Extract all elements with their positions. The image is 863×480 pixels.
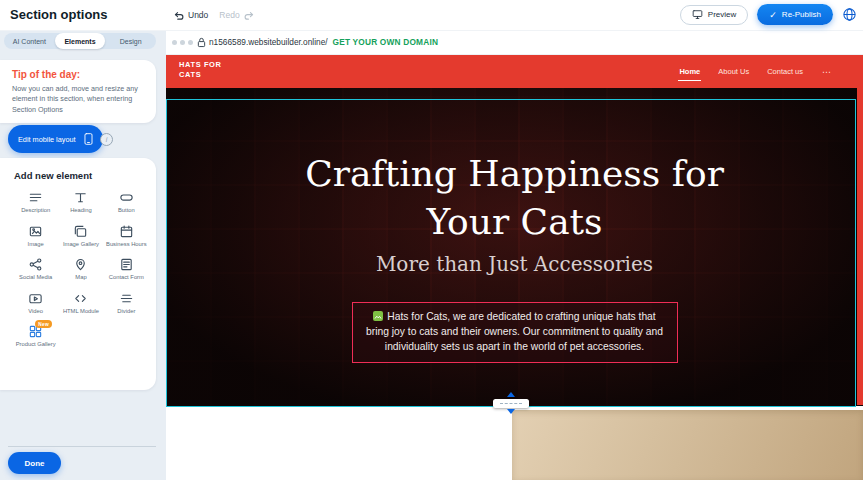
element-map[interactable]: Map	[59, 257, 102, 282]
drag-handle-pill	[493, 399, 529, 408]
video-icon	[28, 291, 43, 306]
button-icon	[119, 190, 134, 205]
code-icon	[73, 291, 88, 306]
element-label: Button	[118, 207, 135, 215]
heading-icon	[73, 190, 88, 205]
element-label: Video	[28, 308, 43, 316]
redo-icon	[244, 10, 255, 21]
element-label: HTML Module	[63, 308, 99, 316]
edit-mobile-layout-button[interactable]: Edit mobile layout	[8, 125, 103, 153]
hero-text-element-selected[interactable]: Hats for Cats, we are dedicated to craft…	[352, 302, 678, 363]
nav-item-about[interactable]: About Us	[717, 56, 750, 87]
check-icon	[769, 10, 777, 20]
get-domain-link[interactable]: GET YOUR OWN DOMAIN	[333, 37, 439, 47]
element-social-media[interactable]: Social Media	[14, 257, 57, 282]
site-preview: HATS FOR CATS Home About Us Contact us ⋯…	[166, 54, 863, 480]
window-dots-icon	[172, 40, 193, 45]
element-product-gallery[interactable]: New Product Gallery	[14, 324, 57, 349]
element-label: Social Media	[19, 274, 52, 282]
republish-button[interactable]: Re-Publish	[757, 4, 833, 25]
tip-body: Now you can add, move and resize any ele…	[12, 84, 144, 115]
image-gallery-icon	[73, 224, 88, 239]
edit-mobile-label: Edit mobile layout	[18, 135, 76, 144]
arrow-up-icon	[507, 392, 515, 397]
element-label: Business Hours	[106, 241, 147, 249]
map-pin-icon	[73, 257, 88, 272]
element-button[interactable]: Button	[105, 190, 148, 215]
element-grid: Description Heading Button Image Image G	[14, 190, 148, 349]
redo-button[interactable]: Redo	[216, 8, 257, 23]
topbar-actions: Preview Re-Publish	[680, 4, 857, 25]
nav-item-home[interactable]: Home	[678, 56, 701, 87]
preview-label: Preview	[708, 10, 736, 19]
done-button[interactable]: Done	[8, 452, 61, 474]
element-contact-form[interactable]: Contact Form	[105, 257, 148, 282]
contact-form-icon	[119, 257, 134, 272]
nav-item-contact[interactable]: Contact us	[766, 56, 804, 87]
element-description[interactable]: Description	[14, 190, 57, 215]
sidebar-divider	[8, 446, 156, 447]
image-icon	[28, 224, 43, 239]
site-url: n1566589.websitebuilder.online/	[209, 37, 328, 47]
browser-bar: n1566589.websitebuilder.online/GET YOUR …	[166, 30, 863, 55]
redo-label: Redo	[219, 10, 239, 20]
hero-section[interactable]: Crafting Happiness for Your Cats More th…	[166, 88, 863, 406]
tab-elements[interactable]: Elements	[55, 33, 106, 49]
section-resize-handle[interactable]	[493, 392, 529, 414]
globe-icon	[842, 7, 857, 22]
logo-line1: HATS FOR	[179, 60, 229, 70]
undo-label: Undo	[188, 10, 208, 20]
element-label: Description	[21, 207, 50, 215]
element-label: Product Gallery	[16, 341, 56, 349]
element-label: Image Gallery	[63, 241, 99, 249]
undo-button[interactable]: Undo	[170, 8, 211, 23]
add-element-panel: Add new element Description Heading Butt…	[0, 158, 156, 390]
undo-redo-group: Undo Redo	[170, 5, 258, 25]
logo-line2: CATS	[179, 70, 229, 80]
topbar: Section options Undo Redo Preview Re-Pub…	[0, 0, 863, 31]
nav-more-icon[interactable]: ⋯	[820, 57, 833, 87]
undo-icon	[173, 10, 184, 21]
element-label: Image	[28, 241, 44, 249]
next-section-image[interactable]	[512, 410, 863, 480]
text-lines-icon	[28, 190, 43, 205]
url-bar[interactable]: n1566589.websitebuilder.online/GET YOUR …	[209, 37, 438, 47]
business-hours-icon	[119, 224, 134, 239]
new-badge: New	[35, 320, 52, 328]
sidebar: AI Content Elements Design Tip of the da…	[0, 30, 166, 480]
monitor-icon	[692, 9, 703, 20]
info-icon[interactable]	[100, 133, 113, 146]
element-divider[interactable]: Divider	[105, 291, 148, 316]
sidebar-tabs: AI Content Elements Design	[4, 33, 156, 49]
hero-heading[interactable]: Crafting Happiness for Your Cats	[295, 150, 735, 245]
element-heading[interactable]: Heading	[59, 190, 102, 215]
arrow-down-icon	[507, 409, 515, 414]
element-image-gallery[interactable]: Image Gallery	[59, 224, 102, 249]
lock-icon	[197, 37, 206, 48]
element-label: Contact Form	[109, 274, 144, 282]
element-business-hours[interactable]: Business Hours	[105, 224, 148, 249]
site-logo[interactable]: HATS FOR CATS	[179, 60, 229, 80]
phone-icon	[84, 132, 93, 146]
page-overflow-strip	[857, 55, 863, 405]
element-label: Heading	[70, 207, 92, 215]
page-title: Section options	[10, 7, 108, 22]
tip-card: Tip of the day: Now you can add, move an…	[0, 60, 156, 123]
language-globe-button[interactable]	[842, 7, 857, 22]
site-nav: Home About Us Contact us ⋯	[678, 55, 833, 88]
element-image[interactable]: Image	[14, 224, 57, 249]
tab-design[interactable]: Design	[105, 33, 156, 49]
divider-icon	[119, 291, 134, 306]
element-label: Map	[75, 274, 86, 282]
tab-ai-content[interactable]: AI Content	[4, 33, 55, 49]
element-label: Divider	[117, 308, 135, 316]
preview-button[interactable]: Preview	[680, 5, 748, 25]
element-html-module[interactable]: HTML Module	[59, 291, 102, 316]
hero-body-text: Hats for Cats, we are dedicated to craft…	[366, 311, 663, 352]
site-header[interactable]: HATS FOR CATS Home About Us Contact us ⋯	[166, 55, 863, 88]
website-builder-app: Section options Undo Redo Preview Re-Pub…	[0, 0, 863, 480]
image-element-chip-icon	[373, 311, 383, 321]
add-element-title: Add new element	[14, 170, 148, 181]
element-video[interactable]: Video	[14, 291, 57, 316]
hero-subheading[interactable]: More than Just Accessories	[295, 252, 735, 276]
